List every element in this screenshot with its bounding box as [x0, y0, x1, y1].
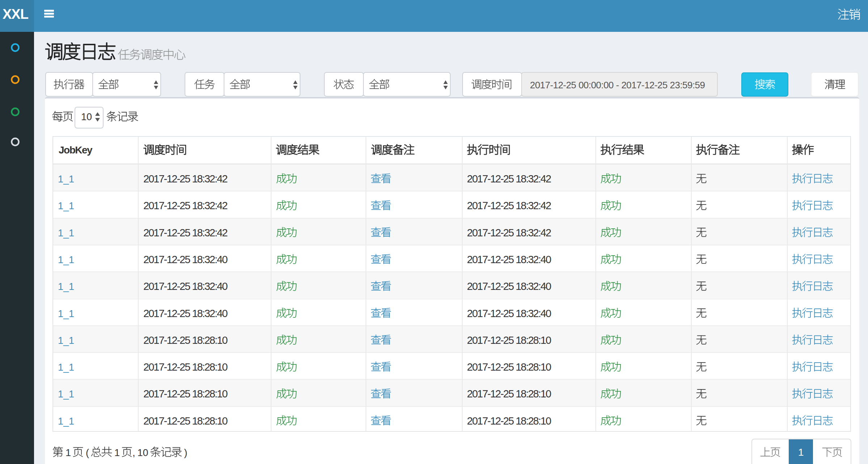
svg-text:1_1: 1_1 [58, 389, 74, 400]
svg-text:1_1: 1_1 [58, 416, 74, 427]
svg-text:1: 1 [66, 447, 71, 458]
svg-text:1_1: 1_1 [58, 335, 74, 346]
svg-text:1_1: 1_1 [58, 201, 74, 211]
svg-text:2017-12-25 18:32:40: 2017-12-25 18:32:40 [467, 308, 551, 319]
svg-text:2017-12-25 18:32:42: 2017-12-25 18:32:42 [467, 173, 551, 185]
svg-text:1_1: 1_1 [58, 174, 74, 185]
svg-text:2017-12-25 18:32:40: 2017-12-25 18:32:40 [143, 280, 227, 292]
svg-text:): ) [184, 447, 187, 458]
svg-text:2017-12-25 18:32:40: 2017-12-25 18:32:40 [467, 280, 551, 292]
svg-text:JobKey: JobKey [59, 144, 93, 156]
svg-text:2017-12-25 18:28:10: 2017-12-25 18:28:10 [143, 415, 227, 427]
svg-text:XXL: XXL [3, 7, 29, 22]
svg-text:2017-12-25 18:32:42: 2017-12-25 18:32:42 [143, 173, 227, 185]
svg-text:2017-12-25 18:32:42: 2017-12-25 18:32:42 [143, 200, 227, 211]
svg-text:2017-12-25 18:32:40: 2017-12-25 18:32:40 [467, 254, 551, 265]
svg-text:2017-12-25 18:28:10: 2017-12-25 18:28:10 [143, 388, 227, 400]
svg-text:,: , [132, 447, 135, 458]
svg-text:1_1: 1_1 [58, 254, 74, 265]
svg-text:2017-12-25 18:32:40: 2017-12-25 18:32:40 [143, 308, 227, 319]
svg-text:2017-12-25 18:28:10: 2017-12-25 18:28:10 [143, 361, 227, 373]
svg-text:(: ( [86, 447, 89, 458]
svg-text:2017-12-25 18:32:42: 2017-12-25 18:32:42 [143, 227, 227, 239]
svg-text:2017-12-25 00:00:00 - 2017-12-: 2017-12-25 00:00:00 - 2017-12-25 23:59:5… [530, 80, 705, 90]
svg-text:1_1: 1_1 [58, 362, 74, 373]
svg-text:2017-12-25 18:32:42: 2017-12-25 18:32:42 [467, 227, 551, 239]
svg-text:10: 10 [81, 111, 92, 122]
svg-text:2017-12-25 18:32:40: 2017-12-25 18:32:40 [143, 254, 227, 265]
svg-text:1_1: 1_1 [58, 308, 74, 319]
svg-text:2017-12-25 18:28:10: 2017-12-25 18:28:10 [467, 388, 551, 400]
svg-text:10: 10 [138, 447, 148, 458]
svg-text:2017-12-25 18:28:10: 2017-12-25 18:28:10 [467, 361, 551, 373]
svg-text:2017-12-25 18:28:10: 2017-12-25 18:28:10 [467, 415, 551, 427]
svg-text:2017-12-25 18:28:10: 2017-12-25 18:28:10 [467, 334, 551, 346]
svg-text:1_1: 1_1 [58, 228, 74, 239]
svg-text:2017-12-25 18:32:42: 2017-12-25 18:32:42 [467, 200, 551, 211]
svg-text:1: 1 [798, 447, 804, 458]
svg-text:1: 1 [114, 447, 120, 458]
svg-text:1_1: 1_1 [58, 281, 74, 292]
svg-text:2017-12-25 18:28:10: 2017-12-25 18:28:10 [143, 334, 227, 346]
